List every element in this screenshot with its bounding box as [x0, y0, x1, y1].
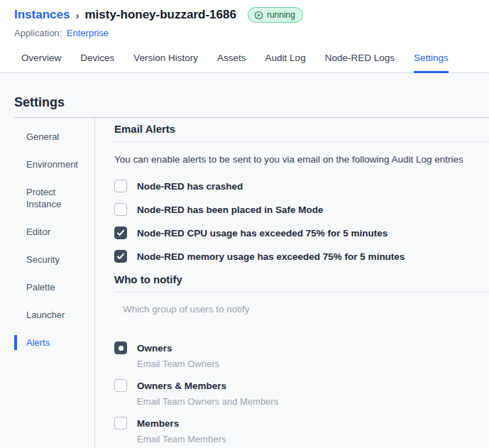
alert-option-safe-mode[interactable]: Node-RED has been placed in Safe Mode [114, 203, 489, 217]
sidebar-item-launcher[interactable]: Launcher [14, 307, 85, 322]
email-alerts-divider [114, 141, 489, 142]
check-icon [116, 229, 125, 237]
radio-dot [119, 346, 123, 351]
tab-version-history[interactable]: Version History [133, 48, 198, 73]
instance-name: misty-honey-buzzard-1686 [84, 8, 236, 22]
alert-option-label: Node-RED CPU usage has exceeded 75% for … [137, 226, 388, 240]
page-title: Settings [14, 95, 475, 110]
alert-option-label: Node-RED has been placed in Safe Mode [137, 203, 324, 217]
alerts-settings-panel: Email Alerts You can enable alerts to be… [95, 118, 489, 448]
tab-settings[interactable]: Settings [414, 48, 449, 73]
application-row: Application: Enterprise [14, 28, 475, 38]
application-link[interactable]: Enterprise [67, 28, 109, 38]
email-alerts-title: Email Alerts [114, 123, 489, 135]
settings-sidebar: General Environment Protect Instance Edi… [0, 118, 95, 448]
play-circle-icon [254, 11, 263, 20]
status-badge: running [248, 7, 303, 23]
who-to-notify-title: Who to notify [114, 273, 489, 285]
sidebar-item-environment[interactable]: Environment [14, 157, 85, 172]
breadcrumb: Instances › misty-honey-buzzard-1686 run… [14, 7, 475, 23]
notify-option-label: Owners [137, 342, 219, 355]
status-badge-label: running [267, 10, 295, 20]
sidebar-item-protect-instance[interactable]: Protect Instance [14, 185, 85, 212]
notify-option-owners-members[interactable]: Owners & Members Email Team Owners and M… [114, 379, 489, 408]
checkbox-checked-icon[interactable] [114, 250, 127, 263]
checkbox-unchecked-icon[interactable] [114, 203, 127, 216]
application-label: Application: [14, 28, 62, 38]
sidebar-item-palette[interactable]: Palette [14, 280, 85, 295]
alert-option-memory[interactable]: Node-RED memory usage has exceeded 75% f… [114, 250, 489, 263]
tab-audit-log[interactable]: Audit Log [265, 48, 306, 73]
radio-unselected-icon[interactable] [114, 379, 127, 392]
sidebar-item-alerts[interactable]: Alerts [14, 335, 85, 350]
check-icon [116, 252, 125, 261]
sidebar-item-security[interactable]: Security [14, 252, 85, 267]
alert-option-cpu[interactable]: Node-RED CPU usage has exceeded 75% for … [114, 226, 489, 240]
notify-option-label: Owners & Members [137, 379, 278, 393]
sidebar-item-editor[interactable]: Editor [14, 224, 85, 239]
tab-node-red-logs[interactable]: Node-RED Logs [325, 48, 395, 73]
alert-option-label: Node-RED has crashed [137, 180, 243, 193]
notify-option-description: Email Team Members [137, 434, 226, 445]
settings-page: Settings General Environment Protect Ins… [0, 73, 489, 448]
instance-tabbar: Overview Devices Version History Assets … [0, 38, 489, 73]
checkbox-checked-icon[interactable] [114, 226, 127, 239]
who-to-notify-hint: Which group of users to notify [123, 304, 489, 315]
notify-option-owners[interactable]: Owners Email Team Owners [114, 342, 489, 370]
checkbox-unchecked-icon[interactable] [114, 180, 127, 192]
tab-overview[interactable]: Overview [21, 48, 61, 73]
breadcrumb-instances-link[interactable]: Instances [14, 8, 70, 22]
alert-option-crashed[interactable]: Node-RED has crashed [114, 180, 489, 193]
radio-selected-icon[interactable] [114, 342, 127, 354]
notify-option-label: Members [137, 417, 226, 430]
email-alerts-description: You can enable alerts to be sent to you … [114, 153, 489, 166]
page-header: Instances › misty-honey-buzzard-1686 run… [0, 0, 489, 38]
tab-devices[interactable]: Devices [80, 48, 114, 73]
radio-unselected-icon[interactable] [114, 417, 127, 430]
tab-assets[interactable]: Assets [217, 48, 246, 73]
who-to-notify-section: Who to notify Which group of users to no… [114, 273, 489, 445]
who-to-notify-divider [114, 292, 489, 293]
notify-option-members[interactable]: Members Email Team Members [114, 417, 489, 445]
email-alerts-section: Email Alerts You can enable alerts to be… [114, 123, 489, 263]
sidebar-item-general[interactable]: General [14, 129, 85, 144]
chevron-right-icon: › [75, 9, 79, 21]
notify-option-description: Email Team Owners [137, 359, 219, 370]
alert-option-label: Node-RED memory usage has exceeded 75% f… [137, 250, 405, 263]
notify-option-description: Email Team Owners and Members [137, 396, 278, 408]
